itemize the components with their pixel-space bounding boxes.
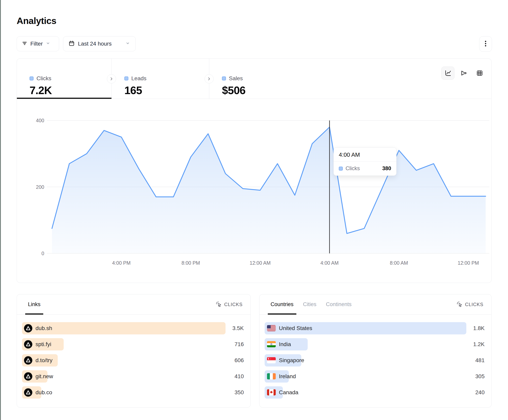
filter-button[interactable]: Filter — [17, 36, 59, 51]
leads-legend-swatch — [124, 76, 128, 80]
analytics-page: Analytics Filter Last 24 hours — [0, 0, 508, 420]
clicks-count: 1.8K — [473, 322, 485, 334]
cursor-click-icon — [457, 301, 463, 308]
y-axis-tick-label: 400 — [36, 118, 44, 123]
tab-cities[interactable]: Cities — [303, 294, 317, 314]
tab-leads[interactable]: Leads 165 — [112, 59, 209, 99]
area-fill — [52, 127, 486, 253]
x-axis-tick-label: 8:00 AM — [390, 260, 408, 266]
ie-flag-icon — [267, 373, 276, 379]
country-label: Canada — [279, 386, 298, 398]
clicks-count: 1.2K — [473, 338, 485, 350]
clicks-count: 481 — [475, 354, 485, 367]
chevron-down-icon — [125, 41, 130, 47]
active-tab-underline — [17, 98, 112, 99]
tooltip-value: 380 — [382, 166, 391, 172]
clicks-area-chart-svg[interactable]: 02004004:00 PM8:00 PM12:00 AM4:00 AM8:00… — [30, 111, 491, 270]
line-chart-view-button[interactable] — [441, 66, 455, 80]
chevron-down-icon — [45, 41, 51, 47]
links-panel: Links CLICKS dub.sh3.5Kspti.fyi716d.to/t… — [17, 294, 251, 407]
calendar-icon — [68, 40, 75, 47]
countries-panel-header: Countries Cities Continents CLICKS — [260, 294, 491, 315]
us-flag-icon — [267, 325, 276, 331]
country-label: United States — [279, 322, 312, 334]
countries-list: United States1.8KIndia1.2KSingapore481Ir… — [260, 315, 491, 398]
dub-logo-icon — [24, 356, 32, 364]
clicks-area-chart[interactable]: 02004004:00 PM8:00 PM12:00 AM4:00 AM8:00… — [30, 111, 491, 270]
link-label: dub.sh — [36, 322, 52, 334]
tab-sales[interactable]: Sales $506 — [209, 59, 308, 99]
country-row[interactable]: United States1.8K — [265, 322, 486, 334]
link-row[interactable]: spti.fyi716 — [22, 338, 245, 350]
country-row[interactable]: Singapore481 — [265, 354, 486, 367]
country-label: Singapore — [279, 354, 304, 367]
links-metric-switcher[interactable]: CLICKS — [216, 301, 243, 308]
clicks-count: 350 — [234, 386, 244, 398]
sales-legend-swatch — [222, 76, 226, 80]
dub-logo-icon — [24, 324, 32, 333]
dub-logo-icon — [24, 340, 32, 348]
leads-metric-label: Leads — [131, 75, 146, 82]
countries-metric-label: CLICKS — [465, 302, 483, 307]
sg-flag-icon — [267, 357, 276, 363]
links-list: dub.sh3.5Kspti.fyi716d.to/try606git.new4… — [17, 315, 251, 398]
tooltip-series-label: Clicks — [345, 166, 360, 172]
country-label: Ireland — [279, 370, 296, 383]
link-row[interactable]: dub.sh3.5K — [22, 322, 245, 334]
link-row[interactable]: d.to/try606 — [22, 354, 245, 367]
x-axis-tick-label: 12:00 PM — [458, 260, 479, 266]
country-row[interactable]: Ireland305 — [265, 370, 486, 383]
tab-clicks[interactable]: Clicks 7.2K — [17, 59, 112, 99]
tab-countries[interactable]: Countries — [270, 294, 294, 314]
metric-tabs: Clicks 7.2K Leads 165 — [17, 59, 491, 99]
ca-flag-icon — [267, 389, 276, 395]
link-label: dub.co — [36, 386, 52, 398]
clicks-legend-swatch — [30, 76, 34, 80]
country-row[interactable]: India1.2K — [265, 338, 486, 350]
clicks-count: 305 — [475, 370, 485, 383]
link-row[interactable]: git.new410 — [22, 370, 245, 383]
analytics-chart-card: Clicks 7.2K Leads 165 — [17, 58, 492, 283]
x-axis-tick-label: 12:00 AM — [250, 260, 271, 266]
kebab-menu-icon — [482, 40, 489, 48]
link-label: d.to/try — [36, 354, 52, 367]
date-range-label: Last 24 hours — [78, 41, 112, 47]
country-row[interactable]: Canada240 — [265, 386, 486, 398]
cursor-click-icon — [216, 301, 222, 308]
chart-tooltip: 4:00 AM Clicks 380 — [333, 147, 396, 176]
tooltip-time: 4:00 AM — [334, 148, 396, 161]
page-title: Analytics — [17, 15, 56, 26]
filter-icon — [22, 40, 28, 47]
links-panel-header: Links CLICKS — [17, 294, 251, 315]
link-label: git.new — [36, 370, 53, 383]
in-flag-icon — [267, 341, 276, 347]
date-range-button[interactable]: Last 24 hours — [63, 36, 136, 51]
clicks-count: 3.5K — [232, 322, 244, 334]
link-row[interactable]: dub.co350 — [22, 386, 245, 398]
countries-metric-switcher[interactable]: CLICKS — [457, 301, 483, 308]
tooltip-legend-swatch — [339, 167, 343, 171]
x-axis-tick-label: 4:00 AM — [320, 260, 339, 266]
tab-links[interactable]: Links — [28, 294, 40, 314]
link-label: spti.fyi — [36, 338, 51, 350]
funnel-chart-view-button[interactable] — [457, 66, 470, 80]
expand-leads-chevron[interactable] — [107, 74, 116, 83]
table-view-button[interactable] — [473, 66, 486, 80]
countries-panel: Countries Cities Continents CLICKS Unite… — [259, 294, 492, 407]
chart-type-toggle — [441, 66, 486, 80]
links-metric-label: CLICKS — [224, 302, 243, 307]
clicks-metric-value: 7.2K — [30, 84, 112, 97]
expand-sales-chevron[interactable] — [204, 74, 214, 83]
dub-logo-icon — [24, 388, 32, 397]
clicks-metric-label: Clicks — [37, 75, 51, 82]
x-axis-tick-label: 4:00 PM — [112, 260, 131, 266]
clicks-count: 716 — [234, 338, 244, 350]
clicks-count: 606 — [234, 354, 244, 367]
x-axis-tick-label: 8:00 PM — [181, 260, 200, 266]
tab-continents[interactable]: Continents — [326, 294, 351, 314]
window-edge — [0, 0, 1, 420]
more-options-button[interactable] — [479, 36, 492, 52]
filter-button-label: Filter — [30, 41, 43, 47]
dub-logo-icon — [24, 372, 32, 381]
y-axis-tick-label: 200 — [36, 184, 44, 190]
